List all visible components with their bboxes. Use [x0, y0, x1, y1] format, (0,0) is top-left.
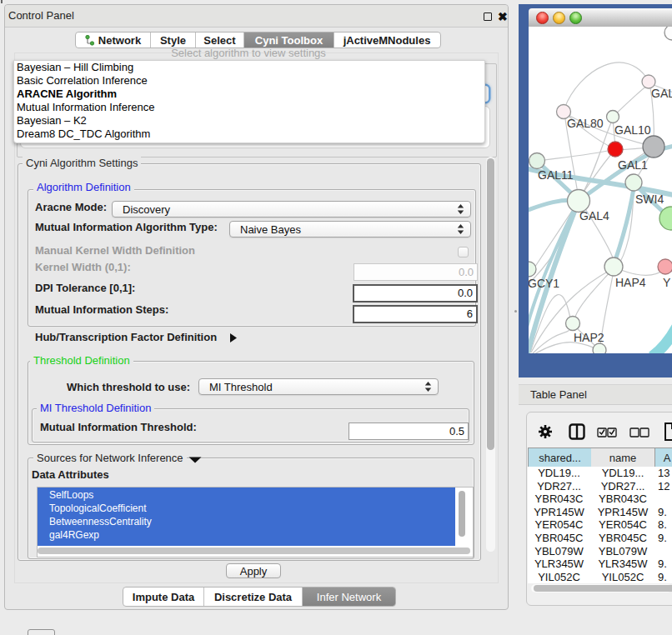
svg-text:SWI4: SWI4: [635, 192, 664, 206]
svg-text:GAL11: GAL11: [538, 168, 574, 182]
svg-text:GAL10: GAL10: [614, 123, 651, 137]
svg-text:HAP2: HAP2: [574, 331, 604, 344]
svg-text:Y: Y: [663, 276, 671, 289]
svg-text:GAL1: GAL1: [618, 158, 648, 172]
svg-text:GAL80: GAL80: [567, 117, 604, 130]
svg-text:GAL4: GAL4: [579, 209, 609, 222]
svg-text:GCY1: GCY1: [529, 277, 559, 290]
svg-text:HAP4: HAP4: [615, 276, 646, 289]
svg-text:GAL: GAL: [651, 87, 672, 100]
